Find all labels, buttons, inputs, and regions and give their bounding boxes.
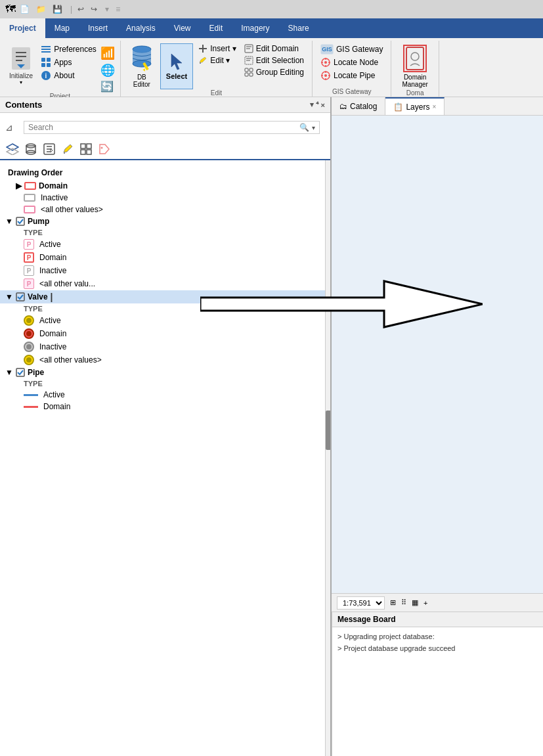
close-layers-tab[interactable]: × xyxy=(432,103,436,110)
pipe-domain-item[interactable]: Domain xyxy=(0,401,330,412)
ribbon-group-domain: Domain Manager Doma xyxy=(391,41,439,97)
contents-list: Drawing Order ▶ Domain Inactive <all oth… xyxy=(0,160,330,756)
pipe-group-header[interactable]: ▼ Pipe xyxy=(0,367,330,378)
pipe-domain-label: Domain xyxy=(43,402,70,411)
db-editor-button[interactable]: DB Editor xyxy=(126,43,158,89)
svg-rect-1 xyxy=(41,46,51,47)
pump-group-header[interactable]: ▼ Pump xyxy=(0,215,330,227)
svg-text:GIS: GIS xyxy=(322,46,332,53)
valve-other-item[interactable]: <all other values> xyxy=(0,353,330,367)
tab-share[interactable]: Share xyxy=(279,18,318,38)
grid-icon[interactable] xyxy=(79,142,93,156)
scrollbar-thumb[interactable] xyxy=(326,411,330,450)
valve-group-label: Valve xyxy=(28,292,48,301)
scale-plus-icon[interactable]: + xyxy=(424,599,427,607)
scrollbar-track[interactable] xyxy=(325,160,330,756)
search-dropdown-icon[interactable]: ▾ xyxy=(312,124,315,131)
pin-icon[interactable]: ▾ ⁴ xyxy=(310,100,318,109)
tab-analysis[interactable]: Analysis xyxy=(117,18,165,38)
scale-select[interactable]: 1:73,591 xyxy=(337,596,385,610)
tab-view[interactable]: View xyxy=(165,18,200,38)
insert-button[interactable]: Insert ▾ xyxy=(196,43,238,54)
scale-table-icon[interactable]: ▦ xyxy=(412,598,418,607)
redo-icon[interactable]: ↪ xyxy=(91,5,97,14)
title-sep3: ≡ xyxy=(116,5,120,14)
edit-selection-label: Edit Selection xyxy=(256,56,304,65)
contents-title: Contents xyxy=(5,100,42,110)
scale-dots-icon[interactable]: ⠿ xyxy=(401,598,406,607)
panel-controls: ▾ ⁴ × xyxy=(310,100,326,109)
initialize-button[interactable]: Initialize ▾ xyxy=(5,43,37,87)
svg-rect-20 xyxy=(245,73,248,76)
domain-other-item[interactable]: <all other values> xyxy=(0,204,330,215)
edit-selection-button[interactable]: Edit Selection xyxy=(242,55,307,66)
tab-catalog[interactable]: 🗂 Catalog xyxy=(332,97,385,115)
svg-rect-21 xyxy=(250,73,253,76)
app-icon: 🗺 xyxy=(5,3,16,15)
preferences-button[interactable]: Preferences xyxy=(39,43,98,55)
select-button[interactable]: Select xyxy=(160,43,193,89)
save-btn[interactable]: 💾 xyxy=(53,5,62,14)
valve-other-icon xyxy=(24,355,34,365)
valve-inactive-item[interactable]: Inactive xyxy=(0,340,330,353)
gis-gateway-button[interactable]: GIS GIS Gateway xyxy=(318,43,385,55)
close-panel-icon[interactable]: × xyxy=(321,101,325,109)
tab-map[interactable]: Map xyxy=(45,18,79,38)
layers-icon[interactable] xyxy=(5,142,20,156)
tab-edit[interactable]: Edit xyxy=(200,18,232,38)
scale-bar: 1:73,591 ⊞ ⠿ ▦ + xyxy=(332,593,543,611)
apps-button[interactable]: Apps xyxy=(39,56,98,68)
locate-pipe-button[interactable]: Locate Pipe xyxy=(318,70,385,81)
search-icon[interactable]: 🔍 xyxy=(299,123,309,132)
insert-label: Insert ▾ xyxy=(210,44,236,53)
about-button[interactable]: i About xyxy=(39,70,98,81)
group-editing-button[interactable]: Group Editing xyxy=(242,67,307,78)
pump-domain-item[interactable]: P Domain xyxy=(0,251,330,264)
pump-inactive-item[interactable]: P Inactive xyxy=(0,264,330,277)
pipe-type-label: TYPE xyxy=(0,378,330,389)
tab-imagery[interactable]: Imagery xyxy=(232,18,278,38)
pump-collapse-icon: ▼ xyxy=(5,217,13,226)
valve-domain-item[interactable]: Domain xyxy=(0,327,330,340)
pipe-active-label: Active xyxy=(43,390,65,399)
pump-active-item[interactable]: P Active xyxy=(0,238,330,251)
domain-group-header[interactable]: ▶ Domain xyxy=(0,180,330,192)
view-filter-icon[interactable] xyxy=(42,142,56,156)
cloud-icon: 🌐 xyxy=(100,63,115,78)
edit-group-content: DB Editor Select Insert ▾ xyxy=(126,41,307,89)
undo-icon[interactable]: ↩ xyxy=(77,5,84,14)
svg-text:i: i xyxy=(45,72,47,79)
search-input[interactable] xyxy=(28,123,297,132)
svg-rect-3 xyxy=(41,51,51,53)
tag-icon[interactable] xyxy=(97,142,112,156)
preferences-icon xyxy=(41,44,51,55)
pipe-active-item[interactable]: Active xyxy=(0,389,330,401)
save-icon[interactable]: 📄 xyxy=(20,5,30,14)
search-bar: 🔍 ▾ xyxy=(24,121,320,134)
scale-grid-icon[interactable]: ⊞ xyxy=(390,598,396,607)
filter-icon[interactable]: ⊿ xyxy=(5,122,13,133)
domain-manager-button[interactable]: Domain Manager xyxy=(397,43,433,89)
tab-insert[interactable]: Insert xyxy=(79,18,117,38)
valve-group-header[interactable]: ▼ Valve | xyxy=(0,290,330,303)
pump-other-item[interactable]: P <all other valu... xyxy=(0,277,330,290)
title-sep1: | xyxy=(70,5,72,14)
edit-button[interactable]: Edit ▾ xyxy=(196,55,238,66)
ribbon-group-edit: DB Editor Select Insert ▾ xyxy=(121,41,313,97)
valve-domain-icon xyxy=(24,328,34,339)
domain-inactive-item[interactable]: Inactive xyxy=(0,192,330,204)
gis-group-label: GIS Gateway xyxy=(332,88,371,97)
edit-right-items: Edit Domain Edit Selection xyxy=(242,43,307,78)
locate-node-button[interactable]: Locate Node xyxy=(318,56,385,68)
pencil-icon[interactable] xyxy=(60,142,75,156)
tab-project[interactable]: Project xyxy=(0,18,45,38)
svg-point-52 xyxy=(101,147,103,149)
pump-other-label: <all other valu... xyxy=(39,279,95,288)
tab-layers[interactable]: 📋 Layers × xyxy=(385,97,445,115)
cylinder-icon[interactable] xyxy=(24,142,38,156)
pipe-group-label: Pipe xyxy=(28,368,44,377)
open-icon[interactable]: 📁 xyxy=(36,5,46,14)
edit-domain-button[interactable]: Edit Domain xyxy=(242,43,307,54)
locate-node-label: Locate Node xyxy=(334,58,378,67)
valve-active-item[interactable]: Active xyxy=(0,314,330,327)
